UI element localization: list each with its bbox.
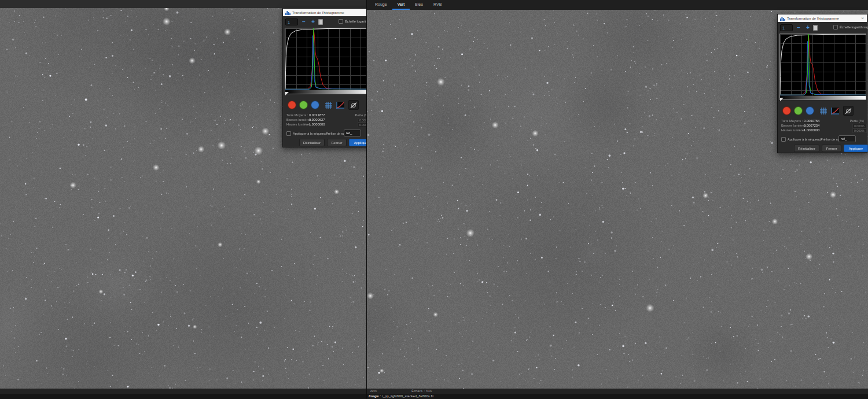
reset-button[interactable]: Réinitialiser <box>794 145 819 152</box>
loss-label: Perte (%) <box>850 119 864 123</box>
zoom-in-button[interactable]: + <box>804 23 812 32</box>
grid-toggle-button[interactable] <box>323 100 334 110</box>
log-scale-checkbox[interactable] <box>833 25 838 29</box>
grid-icon <box>820 108 827 114</box>
shadows-value[interactable]: 0.0007254 <box>804 124 819 127</box>
autostretch-icon <box>350 102 358 109</box>
siril-app: Transformation de l'histogramme × 1 − + … <box>0 0 868 399</box>
reset-button[interactable]: Réinitialiser <box>299 139 325 146</box>
highlights-loss-value: 0.000% <box>852 128 867 133</box>
shadows-loss-value: 0.000% <box>358 118 366 123</box>
histogram-icon <box>285 10 290 15</box>
log-scale-label: Échelle logarithmique <box>345 20 366 23</box>
left-window-top-bar <box>0 0 366 8</box>
apply-sequence-label: Appliquer à la séquence <box>293 132 328 135</box>
red-channel-toggle[interactable] <box>288 101 296 109</box>
bins-spinbox[interactable]: 1 <box>780 24 793 31</box>
autostretch-button[interactable] <box>843 106 854 116</box>
close-icon[interactable]: × <box>860 16 865 21</box>
midtones-label: Tons Moyens : <box>781 119 803 123</box>
histogram-dialog-left: Transformation de l'histogramme × 1 − + … <box>282 8 366 147</box>
tab-vert[interactable]: Vert <box>392 0 410 10</box>
dialog-titlebar[interactable]: Transformation de l'histogramme × <box>778 14 867 22</box>
autostretch-button[interactable] <box>348 100 359 110</box>
apply-sequence-checkbox[interactable] <box>781 137 786 142</box>
dialog-buttons: Réinitialiser Fermer Appliquer <box>778 145 867 153</box>
bins-spinbox[interactable]: 1 <box>285 19 298 25</box>
channel-toggle-row <box>778 105 867 117</box>
histogram-toolbar: 1 − + Échelle logarithmique <box>778 23 867 32</box>
apply-button[interactable]: Appliquer <box>844 145 868 152</box>
histogram-icon <box>780 16 785 21</box>
midtones-value[interactable]: 0.0060754 <box>804 119 819 123</box>
histogram-curves <box>285 28 366 94</box>
midtones-label: Tons Moyens : <box>286 113 308 117</box>
histogram-toolbar: 1 − + Échelle logarithmique <box>283 17 366 27</box>
midtones-value[interactable]: 0.0031877 <box>309 113 325 117</box>
log-scale-label: Échelle logarithmique <box>840 25 868 29</box>
histogram-curves <box>780 34 866 99</box>
apply-sequence-checkbox[interactable] <box>286 131 291 136</box>
log-scale-checkbox[interactable] <box>339 19 343 24</box>
zoom-in-button[interactable]: + <box>309 17 317 26</box>
blue-channel-toggle[interactable] <box>311 101 319 109</box>
highlights-value[interactable]: 1.0000000 <box>804 128 819 132</box>
left-image-window: Transformation de l'histogramme × 1 − + … <box>0 0 366 399</box>
zoom-level: 39% <box>370 389 377 394</box>
close-button[interactable]: Fermer <box>327 139 347 146</box>
dialog-title: Transformation de l'histogramme <box>292 10 366 14</box>
dialog-buttons: Réinitialiser Fermer Appliquer <box>283 139 366 147</box>
clipboard-icon[interactable] <box>813 25 818 31</box>
loss-label: Perte (%) <box>355 113 366 117</box>
tab-rouge[interactable]: Rouge <box>370 0 392 10</box>
zoom-out-button[interactable]: − <box>300 17 308 26</box>
shadows-loss-value: 0.000% <box>852 124 867 128</box>
zoom-out-button[interactable]: − <box>795 23 803 32</box>
slider-marker[interactable] <box>285 92 289 95</box>
output-prefix-input[interactable] <box>344 130 361 136</box>
green-channel-toggle[interactable] <box>299 101 308 109</box>
channel-tabbar: Rouge Vert Bleu RVB <box>367 0 868 10</box>
sampling-info: Échant. : N/A <box>411 389 432 394</box>
apply-button[interactable]: Appliquer <box>349 139 366 146</box>
blue-channel-toggle[interactable] <box>806 106 814 115</box>
green-channel-toggle[interactable] <box>794 106 803 115</box>
tab-bleu[interactable]: Bleu <box>410 0 428 10</box>
midtones-gradient-slider[interactable] <box>780 95 866 99</box>
shadows-value[interactable]: 0.0000627 <box>309 118 325 121</box>
image-path: r_pp_light600_stacked_6x600s.fit <box>382 394 433 398</box>
dialog-title: Transformation de l'histogramme <box>787 16 860 20</box>
histogram-dialog-right: Transformation de l'histogramme × 1 − + … <box>777 14 867 153</box>
sequence-row: Appliquer à la séquence Préfixe de sorti… <box>778 135 867 143</box>
right-status-row-2: Image : r_pp_light600_stacked_6x600s.fit <box>367 394 868 399</box>
right-status-row-1: 39% Échant. : N/A <box>367 389 868 394</box>
output-prefix-input[interactable] <box>838 135 856 142</box>
histogram-plot[interactable] <box>779 34 866 100</box>
tab-rvb[interactable]: RVB <box>428 0 447 10</box>
autostretch-icon <box>844 108 852 114</box>
slider-marker[interactable] <box>780 98 784 101</box>
grid-toggle-button[interactable] <box>818 106 829 116</box>
left-status-row-2 <box>0 394 366 399</box>
apply-sequence-label: Appliquer à la séquence <box>788 138 822 141</box>
highlights-loss-value: 0.000% <box>358 123 366 127</box>
curve-display-button[interactable] <box>830 106 840 116</box>
grid-icon <box>325 102 332 109</box>
midtones-gradient-slider[interactable] <box>285 90 366 94</box>
close-button[interactable]: Fermer <box>822 145 841 152</box>
left-status-row-1 <box>0 389 366 394</box>
dialog-titlebar[interactable]: Transformation de l'histogramme × <box>283 9 366 16</box>
channel-toggle-row <box>283 99 366 112</box>
image-label: Image : <box>369 394 381 398</box>
sequence-row: Appliquer à la séquence Préfixe de sorti… <box>283 130 366 138</box>
highlights-value[interactable]: 1.0000000 <box>309 123 325 126</box>
curve-icon <box>831 108 839 114</box>
red-channel-toggle[interactable] <box>782 106 791 115</box>
histogram-plot[interactable] <box>285 28 366 94</box>
right-image-window: Rouge Vert Bleu RVB 39% Échant. : N/A Im… <box>366 0 868 399</box>
curve-display-button[interactable] <box>335 100 345 110</box>
clipboard-icon[interactable] <box>318 19 323 25</box>
curve-icon <box>336 102 344 109</box>
